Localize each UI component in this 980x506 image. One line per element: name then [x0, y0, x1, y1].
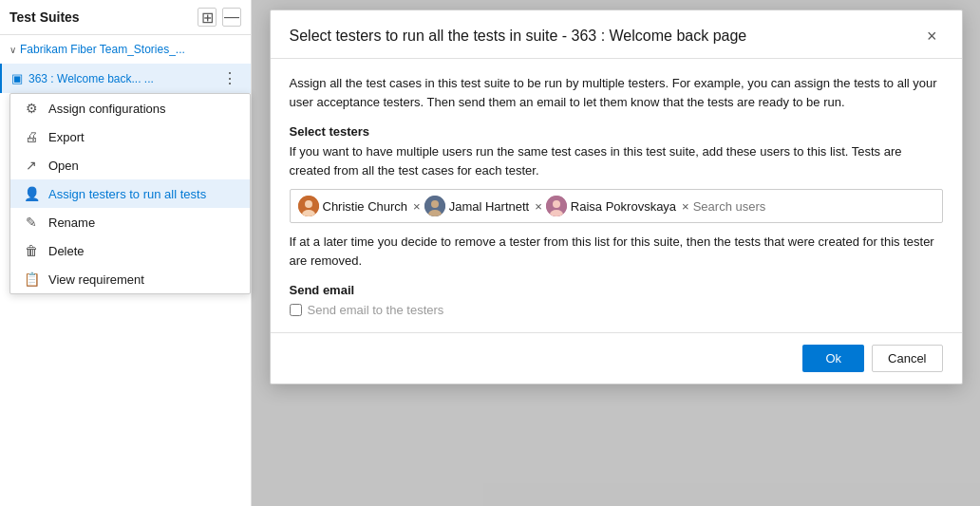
tester-remove-raisa[interactable]: ×	[682, 199, 689, 214]
assign-testers-dialog: Select testers to run all the tests in s…	[270, 9, 963, 384]
menu-item-open[interactable]: ↗ Open	[10, 151, 250, 179]
select-testers-desc: If you want to have multiple users run t…	[290, 142, 943, 179]
dialog-close-button[interactable]: ×	[921, 26, 943, 47]
sidebar: Test Suites ⊞ — ∨ Fabrikam Fiber Team_St…	[0, 0, 252, 506]
menu-item-delete-label: Delete	[48, 244, 85, 258]
tester-avatar-christie	[298, 196, 319, 216]
tester-photo-jamal	[424, 196, 445, 216]
main-content: Select testers to run all the tests in s…	[252, 0, 980, 506]
menu-item-assign-configurations-label: Assign configurations	[48, 102, 166, 116]
collapse-button[interactable]: —	[222, 8, 241, 27]
tester-remove-jamal[interactable]: ×	[535, 199, 542, 214]
menu-item-rename[interactable]: ✎ Rename	[10, 208, 250, 236]
menu-item-assign-configurations[interactable]: ⚙ Assign configurations	[10, 94, 250, 122]
svg-point-1	[305, 200, 312, 208]
add-suite-button[interactable]: ⊞	[198, 8, 217, 27]
sidebar-header: Test Suites ⊞ —	[0, 0, 251, 35]
send-email-section: Send email Send email to the testers	[290, 283, 943, 317]
suite-icon: ▣	[11, 71, 23, 85]
dialog-intro-text: Assign all the test cases in this test s…	[290, 74, 943, 111]
open-icon: ↗	[24, 158, 39, 173]
chevron-icon: ∨	[9, 45, 16, 55]
dialog-overlay: Select testers to run all the tests in s…	[252, 0, 980, 506]
send-email-checkbox[interactable]	[290, 304, 302, 316]
tester-avatar-jamal	[424, 196, 445, 216]
dialog-body: Assign all the test cases in this test s…	[271, 59, 962, 332]
menu-item-assign-testers[interactable]: 👤 Assign testers to run all tests	[10, 179, 250, 208]
svg-point-4	[431, 200, 439, 208]
tester-photo-raisa	[546, 196, 567, 216]
sidebar-header-icons: ⊞ —	[198, 8, 241, 27]
cancel-button[interactable]: Cancel	[872, 345, 942, 372]
delete-icon: 🗑	[24, 243, 39, 258]
menu-item-view-requirement-label: View requirement	[48, 272, 144, 287]
dialog-footer: Ok Cancel	[271, 332, 962, 384]
tester-tag-christie: Christie Church ×	[298, 196, 421, 216]
tester-photo-christie	[298, 196, 319, 216]
menu-item-view-requirement[interactable]: 📋 View requirement	[10, 265, 250, 293]
menu-item-export[interactable]: 🖨 Export	[10, 122, 250, 151]
send-email-label[interactable]: Send email to the testers	[290, 303, 943, 317]
sidebar-team[interactable]: ∨ Fabrikam Fiber Team_Stories_...	[0, 35, 251, 64]
suite-item-dots[interactable]: ⋮	[218, 69, 241, 87]
collapse-icon: —	[224, 9, 239, 26]
tester-remove-christie[interactable]: ×	[413, 199, 421, 214]
menu-item-export-label: Export	[48, 130, 85, 144]
dialog-title: Select testers to run all the tests in s…	[290, 28, 747, 45]
selected-suite-item[interactable]: ▣ 363 : Welcome back... ... ⋮	[0, 64, 251, 93]
tester-avatar-raisa	[546, 196, 567, 216]
tester-tag-jamal: Jamal Hartnett ×	[424, 196, 542, 216]
view-requirement-icon: 📋	[24, 272, 39, 287]
rename-icon: ✎	[24, 215, 39, 230]
assign-testers-icon: 👤	[24, 186, 39, 201]
tester-input-area[interactable]: Christie Church × Jamal Hartnett ×	[290, 189, 943, 223]
menu-item-delete[interactable]: 🗑 Delete	[10, 236, 250, 265]
team-label: Fabrikam Fiber Team_Stories_...	[20, 43, 185, 56]
tester-tag-raisa: Raisa Pokrovskaya ×	[546, 196, 689, 216]
send-email-label-text: Send email to the testers	[308, 303, 444, 317]
menu-item-assign-testers-label: Assign testers to run all tests	[48, 187, 206, 201]
add-icon: ⊞	[201, 9, 214, 27]
tester-name-raisa: Raisa Pokrovskaya	[571, 199, 676, 214]
dialog-header: Select testers to run all the tests in s…	[271, 10, 962, 59]
removal-note: If at a later time you decide to remove …	[290, 233, 943, 270]
context-menu: ⚙ Assign configurations 🖨 Export ↗ Open …	[9, 93, 251, 294]
suite-item-label: 363 : Welcome back... ...	[28, 72, 218, 85]
menu-item-open-label: Open	[48, 159, 79, 173]
tester-name-jamal: Jamal Hartnett	[449, 199, 530, 214]
ok-button[interactable]: Ok	[802, 345, 864, 372]
export-icon: 🖨	[24, 129, 39, 144]
search-users-input[interactable]	[693, 199, 934, 214]
menu-item-rename-label: Rename	[48, 216, 95, 230]
tester-name-christie: Christie Church	[323, 199, 408, 214]
svg-point-7	[553, 200, 560, 208]
assign-configurations-icon: ⚙	[24, 101, 39, 116]
sidebar-title: Test Suites	[9, 9, 80, 25]
select-testers-heading: Select testers	[290, 124, 943, 139]
send-email-heading: Send email	[290, 283, 943, 297]
